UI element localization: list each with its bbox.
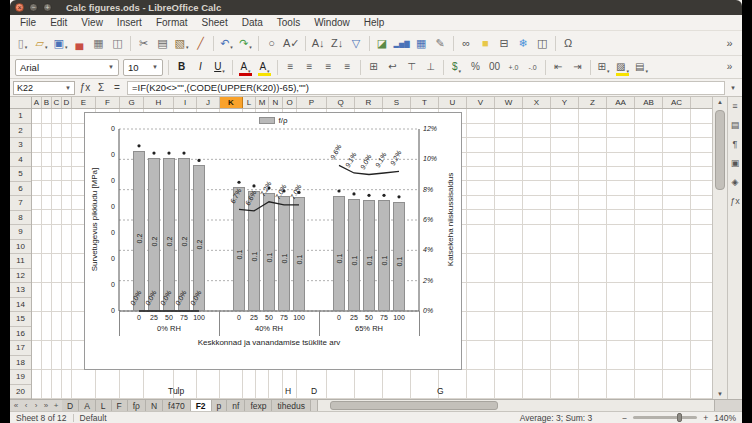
sum-icon[interactable]: Σ — [93, 82, 109, 93]
spelling-icon[interactable]: A✓ — [282, 34, 301, 53]
row-header-6[interactable]: 6 — [10, 182, 31, 197]
column-header-L[interactable]: L — [243, 97, 256, 109]
formula-icon[interactable]: = — [109, 82, 125, 93]
column-header-U[interactable]: U — [439, 97, 467, 109]
justify-icon[interactable]: ≡ — [339, 58, 356, 77]
horizontal-scroll-thumb[interactable] — [330, 401, 498, 410]
insert-comment-icon[interactable]: ■ — [477, 34, 494, 53]
properties-deck-icon[interactable]: ▤ — [729, 119, 742, 131]
page-style[interactable]: Default — [80, 413, 107, 423]
special-character-icon[interactable]: Ω — [560, 34, 577, 53]
open-icon[interactable]: ▱▾ — [33, 34, 50, 53]
column-header-X[interactable]: X — [523, 97, 551, 109]
row-header-17[interactable]: 17 — [10, 341, 31, 356]
highlight-color-icon[interactable]: A▾ — [256, 58, 273, 77]
column-header-Y[interactable]: Y — [551, 97, 579, 109]
align-left-icon[interactable]: ≡ — [282, 58, 299, 77]
column-header-N[interactable]: N — [269, 97, 283, 109]
column-header-Q[interactable]: Q — [327, 97, 355, 109]
align-bottom-icon[interactable]: ⊥ — [422, 58, 439, 77]
scroll-up-icon[interactable]: ▲ — [713, 97, 727, 107]
minimize-button[interactable]: − — [29, 3, 38, 12]
menu-help[interactable]: Help — [357, 15, 392, 31]
sheet-tab-p[interactable]: p — [212, 400, 228, 411]
sheet-tab-A[interactable]: A — [79, 400, 96, 411]
column-header-S[interactable]: S — [383, 97, 411, 109]
column-header-P[interactable]: P — [297, 97, 327, 109]
split-window-icon[interactable]: ◫ — [534, 34, 551, 53]
sheet-tab-tihedus[interactable]: tihedus — [272, 400, 310, 411]
print-icon[interactable]: ▦ — [90, 34, 107, 53]
row-header-13[interactable]: 13 — [10, 283, 31, 298]
column-header-T[interactable]: T — [411, 97, 439, 109]
cell-text[interactable]: D — [311, 384, 317, 398]
sheet-tab-fρ[interactable]: fρ — [128, 400, 146, 411]
column-header-W[interactable]: W — [495, 97, 523, 109]
format-currency-icon[interactable]: $▾ — [448, 58, 465, 77]
merge-cells-icon[interactable]: ⊞ — [365, 58, 382, 77]
previous-sheet-icon[interactable]: ‹ — [22, 400, 30, 411]
horizontal-scrollbar[interactable] — [317, 400, 714, 411]
sheet-tab-D[interactable]: D — [62, 400, 79, 411]
column-header-E[interactable]: E — [72, 97, 96, 109]
column-header-R[interactable]: R — [355, 97, 383, 109]
conditional-formatting-icon[interactable]: ▤▾ — [633, 58, 650, 77]
delete-decimal-icon[interactable]: -.0 — [524, 58, 541, 77]
menu-file[interactable]: File — [13, 15, 43, 31]
average-sum[interactable]: Average: 3; Sum: 3 — [520, 413, 593, 423]
align-top-icon[interactable]: ⊤ — [403, 58, 420, 77]
row-header-1[interactable]: 1 — [10, 109, 31, 124]
column-header-G[interactable]: G — [120, 97, 144, 109]
wrap-text-icon[interactable]: ↩ — [384, 58, 401, 77]
freeze-panes-icon[interactable]: ❄ — [515, 34, 532, 53]
name-box[interactable]: K22 ▼ — [13, 81, 75, 95]
menu-insert[interactable]: Insert — [110, 15, 149, 31]
column-header-D[interactable]: D — [62, 97, 72, 109]
align-center-icon[interactable]: ≡ — [301, 58, 318, 77]
format-number-icon[interactable]: 00 — [486, 58, 503, 77]
menu-tools[interactable]: Tools — [270, 15, 307, 31]
close-button[interactable]: × — [15, 3, 24, 12]
row-header-11[interactable]: 11 — [10, 254, 31, 269]
new-document-icon[interactable]: ▯▾ — [14, 34, 31, 53]
font-size-combo[interactable]: 10 ▼ — [123, 59, 163, 76]
zoom-out-button[interactable]: − — [622, 413, 627, 423]
insert-chart-icon[interactable]: ▂▅▇ — [393, 34, 411, 53]
column-header-I[interactable]: I — [174, 97, 197, 109]
clone-formatting-icon[interactable]: ╱ — [192, 34, 209, 53]
cell-text[interactable]: G — [437, 384, 444, 398]
menu-view[interactable]: View — [74, 15, 110, 31]
column-header-M[interactable]: M — [256, 97, 269, 109]
paste-icon[interactable]: ▧▾ — [173, 34, 190, 53]
zoom-slider[interactable] — [633, 416, 697, 419]
vertical-scrollbar[interactable]: ▲ ▼ — [712, 97, 727, 399]
print-preview-icon[interactable]: ◫ — [109, 34, 126, 53]
column-header-F[interactable]: F — [96, 97, 120, 109]
first-sheet-icon[interactable]: « — [12, 400, 20, 411]
column-header-H[interactable]: H — [144, 97, 174, 109]
row-header-3[interactable]: 3 — [10, 138, 31, 153]
scroll-down-icon[interactable]: ▼ — [713, 389, 727, 399]
vertical-scroll-thumb[interactable] — [715, 110, 725, 190]
column-header-A[interactable]: A — [32, 97, 42, 109]
headers-footers-icon[interactable]: ⊟ — [496, 34, 513, 53]
background-color-icon[interactable]: ▨▾ — [614, 58, 631, 77]
sheet-tab-L[interactable]: L — [96, 400, 112, 411]
functions-deck-icon[interactable]: ƒx — [729, 195, 742, 207]
last-sheet-icon[interactable]: » — [42, 400, 50, 411]
copy-icon[interactable]: ▤ — [154, 34, 171, 53]
navigator-deck-icon[interactable]: ◈ — [729, 176, 742, 188]
sheet-tab-f470[interactable]: f470 — [163, 400, 191, 411]
pivot-table-icon[interactable]: ▦ — [413, 34, 430, 53]
row-header-2[interactable]: 2 — [10, 124, 31, 139]
column-header-C[interactable]: C — [52, 97, 62, 109]
autofilter-icon[interactable]: ▽ — [348, 34, 365, 53]
row-header-18[interactable]: 18 — [10, 356, 31, 371]
sheet-tab-fexp[interactable]: fexp — [245, 400, 272, 411]
menu-edit[interactable]: Edit — [43, 15, 74, 31]
formula-input[interactable]: =IF(K20<>"",(CODE(UPPER(K20))-65),"") — [127, 81, 725, 95]
menu-data[interactable]: Data — [235, 15, 270, 31]
draw-functions-icon[interactable]: ✎ — [432, 34, 449, 53]
select-all-corner[interactable] — [10, 97, 32, 109]
gallery-deck-icon[interactable]: ▣ — [729, 157, 742, 169]
